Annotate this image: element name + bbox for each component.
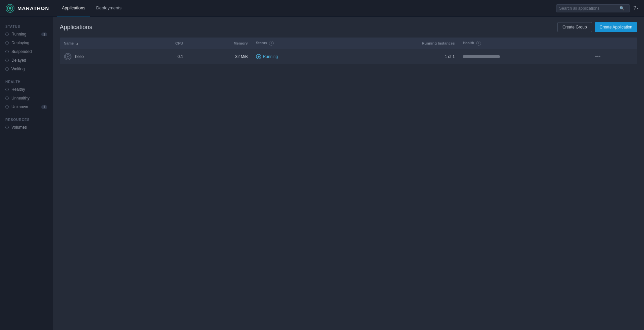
status-running-icon bbox=[256, 54, 261, 59]
marathon-logo-icon bbox=[5, 4, 15, 13]
nav-tabs: Applications Deployments bbox=[57, 0, 126, 16]
health-section-title: HEALTH bbox=[0, 77, 53, 85]
sidebar-item-unknown[interactable]: Unknown 1 bbox=[0, 103, 53, 111]
unknown-badge: 1 bbox=[41, 105, 47, 109]
app-name-cell: hello bbox=[60, 49, 141, 64]
app-running-instances: 1 of 1 bbox=[339, 49, 459, 64]
sidebar-running-label: Running bbox=[11, 32, 26, 37]
sidebar-delayed-label: Delayed bbox=[11, 58, 26, 63]
delayed-dot bbox=[5, 59, 9, 62]
running-dot bbox=[5, 32, 9, 36]
col-health: Health ? bbox=[459, 38, 590, 49]
search-box: 🔍 bbox=[556, 4, 630, 12]
search-icon[interactable]: 🔍 bbox=[620, 6, 625, 11]
btn-group: Create Group Create Application bbox=[557, 22, 637, 32]
topnav: MARATHON Applications Deployments 🔍 ? ▾ bbox=[0, 0, 644, 17]
status-help-icon[interactable]: ? bbox=[269, 41, 274, 46]
sidebar-suspended-label: Suspended bbox=[11, 49, 32, 54]
chevron-down-icon: ▾ bbox=[637, 7, 639, 10]
deploying-dot bbox=[5, 41, 9, 45]
main-content: Applications Create Group Create Applica… bbox=[53, 17, 644, 330]
healthy-dot bbox=[5, 88, 9, 91]
suspended-dot bbox=[5, 50, 9, 53]
help-icon: ? bbox=[633, 5, 636, 11]
sidebar-volumes-label: Volumes bbox=[11, 125, 27, 130]
logo-area: MARATHON bbox=[5, 4, 49, 13]
sidebar-unhealthy-label: Unhealthy bbox=[11, 96, 30, 101]
sidebar: STATUS Running 1 Deploying Suspended Del… bbox=[0, 17, 53, 330]
app-status: Running bbox=[252, 49, 339, 64]
app-name[interactable]: hello bbox=[75, 54, 84, 59]
app-actions: ••• bbox=[590, 49, 637, 64]
sidebar-deploying-label: Deploying bbox=[11, 41, 29, 45]
status-section-title: STATUS bbox=[0, 22, 53, 30]
sidebar-waiting-label: Waiting bbox=[11, 67, 25, 71]
applications-table: Name ▲ CPU Memory Status ? bbox=[60, 38, 637, 64]
health-bar-container bbox=[463, 55, 500, 58]
brand-name: MARATHON bbox=[17, 5, 49, 11]
table-row[interactable]: hello 0.1 32 MiB Running 1 of 1 bbox=[60, 49, 637, 64]
col-actions bbox=[590, 38, 637, 49]
health-help-icon[interactable]: ? bbox=[476, 41, 481, 46]
sidebar-item-delayed[interactable]: Delayed bbox=[0, 56, 53, 65]
running-badge: 1 bbox=[41, 32, 47, 36]
table-header-row: Name ▲ CPU Memory Status ? bbox=[60, 38, 637, 49]
col-memory: Memory bbox=[187, 38, 252, 49]
sidebar-item-waiting[interactable]: Waiting bbox=[0, 65, 53, 73]
sort-arrow-name: ▲ bbox=[76, 42, 79, 45]
page-title: Applications bbox=[60, 24, 92, 31]
waiting-dot bbox=[5, 67, 9, 71]
create-application-button[interactable]: Create Application bbox=[595, 22, 637, 32]
sidebar-item-healthy[interactable]: Healthy bbox=[0, 85, 53, 94]
app-health bbox=[459, 49, 590, 64]
search-input[interactable] bbox=[559, 6, 620, 11]
sidebar-item-running[interactable]: Running 1 bbox=[0, 30, 53, 39]
col-name[interactable]: Name ▲ bbox=[60, 38, 141, 49]
sidebar-unknown-label: Unknown bbox=[11, 105, 28, 109]
col-cpu: CPU bbox=[141, 38, 187, 49]
sidebar-item-deploying[interactable]: Deploying bbox=[0, 39, 53, 47]
svg-point-7 bbox=[67, 56, 69, 58]
tab-deployments[interactable]: Deployments bbox=[91, 0, 126, 16]
main-header: Applications Create Group Create Applica… bbox=[53, 17, 644, 38]
layout: STATUS Running 1 Deploying Suspended Del… bbox=[0, 17, 644, 330]
resources-section-title: RESOURCES bbox=[0, 115, 53, 123]
sidebar-item-volumes[interactable]: Volumes bbox=[0, 123, 53, 132]
sidebar-item-suspended[interactable]: Suspended bbox=[0, 47, 53, 56]
table-container: Name ▲ CPU Memory Status ? bbox=[53, 38, 644, 64]
app-icon bbox=[64, 53, 72, 61]
help-menu[interactable]: ? ▾ bbox=[633, 5, 639, 11]
create-group-button[interactable]: Create Group bbox=[557, 22, 592, 32]
col-running-instances: Running Instances bbox=[339, 38, 459, 49]
sidebar-item-unhealthy[interactable]: Unhealthy bbox=[0, 94, 53, 103]
col-status: Status ? bbox=[252, 38, 339, 49]
app-memory: 32 MiB bbox=[187, 49, 252, 64]
more-actions-button[interactable]: ••• bbox=[594, 54, 602, 60]
app-status-label: Running bbox=[263, 54, 278, 59]
svg-point-2 bbox=[9, 7, 11, 9]
unhealthy-dot bbox=[5, 96, 9, 100]
nav-right: 🔍 ? ▾ bbox=[556, 4, 639, 12]
health-bar-fill bbox=[463, 55, 500, 58]
svg-point-9 bbox=[258, 56, 260, 58]
unknown-dot bbox=[5, 105, 9, 109]
tab-applications[interactable]: Applications bbox=[57, 0, 90, 16]
sidebar-healthy-label: Healthy bbox=[11, 87, 25, 92]
app-cpu: 0.1 bbox=[141, 49, 187, 64]
volumes-dot bbox=[5, 126, 9, 129]
